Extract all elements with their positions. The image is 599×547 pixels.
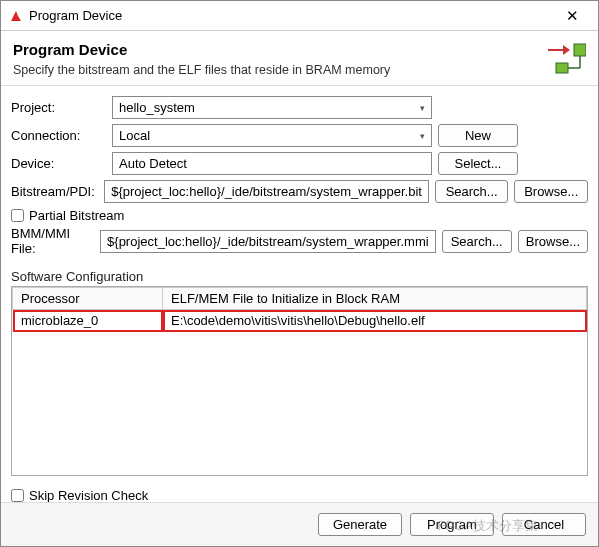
window-title: Program Device [29,8,554,23]
close-icon[interactable]: ✕ [554,7,590,25]
software-config-table: Processor ELF/MEM File to Initialize in … [11,286,588,476]
table-row[interactable]: microblaze_0 E:\code\demo\vitis\vitis\he… [13,310,587,332]
bmm-browse-button[interactable]: Browse... [518,230,588,253]
bitstream-search-button[interactable]: Search... [435,180,509,203]
project-value: hello_system [119,100,195,115]
page-subtitle: Specify the bitstream and the ELF files … [13,63,586,77]
project-label: Project: [11,100,106,115]
bmm-value: ${project_loc:hello}/_ide/bitstream/syst… [107,234,429,249]
bitstream-browse-button[interactable]: Browse... [514,180,588,203]
dialog-footer: Generate Program Cancel [1,502,598,546]
svg-rect-2 [556,63,568,73]
app-logo-icon [9,9,23,23]
titlebar: Program Device ✕ [1,1,598,31]
form-area: Project: hello_system ▾ Connection: Loca… [1,86,598,265]
col-processor: Processor [13,288,163,310]
skip-revision-checkbox[interactable] [11,489,24,502]
device-field[interactable]: Auto Detect [112,152,432,175]
cell-elf: E:\code\demo\vitis\vitis\hello\Debug\hel… [163,310,587,332]
bmm-search-button[interactable]: Search... [442,230,512,253]
connection-combo[interactable]: Local ▾ [112,124,432,147]
cell-processor: microblaze_0 [13,310,163,332]
device-label: Device: [11,156,106,171]
chevron-down-icon: ▾ [420,103,425,113]
generate-button[interactable]: Generate [318,513,402,536]
connection-label: Connection: [11,128,106,143]
bitstream-value: ${project_loc:hello}/_ide/bitstream/syst… [111,184,422,199]
bmm-field[interactable]: ${project_loc:hello}/_ide/bitstream/syst… [100,230,436,253]
bitstream-field[interactable]: ${project_loc:hello}/_ide/bitstream/syst… [104,180,429,203]
program-button[interactable]: Program [410,513,494,536]
svg-rect-1 [574,44,586,56]
dialog-header: Program Device Specify the bitstream and… [1,31,598,86]
skip-revision-label: Skip Revision Check [29,488,148,503]
new-button[interactable]: New [438,124,518,147]
page-title: Program Device [13,41,586,58]
bitstream-label: Bitstream/PDI: [11,184,98,199]
select-button[interactable]: Select... [438,152,518,175]
cancel-button[interactable]: Cancel [502,513,586,536]
partial-bitstream-label: Partial Bitstream [29,208,124,223]
program-device-icon [546,41,586,78]
connection-value: Local [119,128,150,143]
chevron-down-icon: ▾ [420,131,425,141]
project-combo[interactable]: hello_system ▾ [112,96,432,119]
col-elf: ELF/MEM File to Initialize in Block RAM [163,288,587,310]
device-value: Auto Detect [119,156,187,171]
software-config-label: Software Configuration [1,265,598,286]
partial-bitstream-checkbox[interactable] [11,209,24,222]
bmm-label: BMM/MMI File: [11,226,94,256]
